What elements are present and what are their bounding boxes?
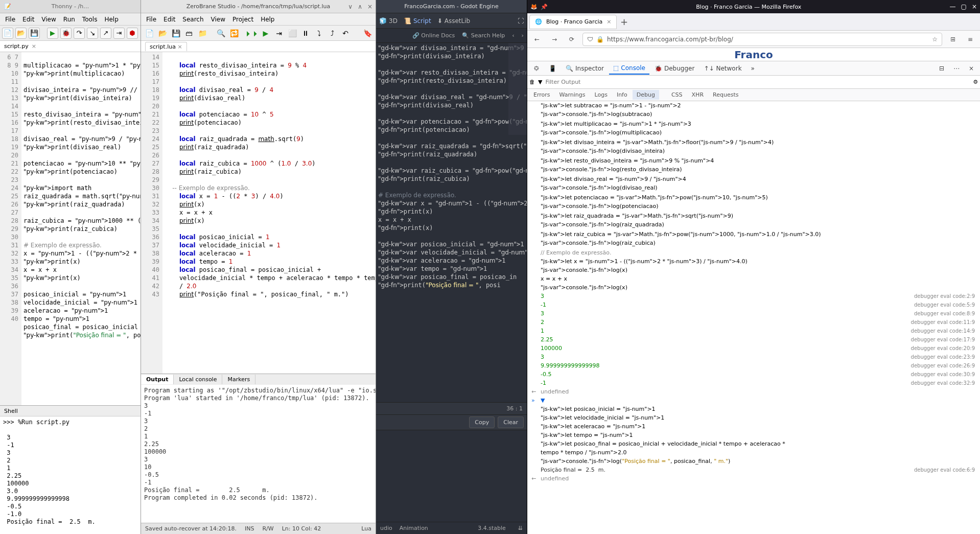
forward-button[interactable]: → (548, 33, 561, 46)
trash-icon[interactable]: 🗑 (529, 79, 535, 85)
devtools-menu-icon[interactable]: ⋯ (949, 63, 964, 74)
new-tab-button[interactable]: + (617, 15, 631, 29)
address-bar[interactable]: 🛡 🔒 https://www.francogarcia.com/pt-br/b… (582, 33, 942, 46)
online-docs-link[interactable]: 🔗 Online Docs (412, 32, 455, 39)
inspector-picker-icon[interactable]: ⯐ (529, 63, 544, 74)
bookmark-icon[interactable]: ☆ (932, 36, 938, 43)
tab-script[interactable]: 📜 Script (404, 17, 431, 25)
pause-icon[interactable]: ⏸ (299, 27, 312, 39)
code-area[interactable]: local resto_divisao_inteira = 9 % 4 prin… (162, 52, 376, 374)
devtools-dock-icon[interactable]: ⊟ (935, 63, 948, 74)
devtools-close-icon[interactable]: × (965, 63, 978, 74)
cat-debug[interactable]: Debug (633, 90, 659, 100)
new-file-icon[interactable]: 📄 (2, 28, 13, 39)
thonny-menubar[interactable]: File Edit View Run Tools Help (0, 13, 141, 26)
thonny-editor-tab[interactable]: script.py × (0, 41, 141, 52)
tab-debugger[interactable]: 🐞 Debugger (650, 63, 698, 74)
menu-edit[interactable]: Edit (160, 15, 178, 24)
menu-run[interactable]: Run (60, 15, 78, 24)
menu-file[interactable]: File (143, 15, 159, 24)
resume-icon[interactable]: ⇥ (113, 28, 125, 39)
open-icon[interactable]: 📂 (156, 27, 169, 39)
pin-icon[interactable]: 📌 (541, 4, 548, 10)
project-icon[interactable]: 📁 (196, 27, 208, 39)
funnel-icon[interactable]: ▼ (538, 79, 542, 85)
search-help-link[interactable]: 🔍 Search Help (462, 32, 505, 39)
maximize-icon[interactable]: ∧ (358, 3, 362, 10)
tab-output[interactable]: Output (141, 375, 174, 384)
zbs-output[interactable]: Program starting as '"/opt/zbstudio/bin/… (141, 385, 376, 523)
tab-inspector[interactable]: 🔍 Inspector (562, 63, 608, 74)
settings-icon[interactable]: ⚙ (973, 79, 978, 85)
saveall-icon[interactable]: 🗃 (183, 27, 195, 39)
replace-icon[interactable]: 🔁 (228, 27, 240, 39)
cat-logs[interactable]: Logs (591, 90, 612, 100)
responsive-icon[interactable]: 📱 (545, 63, 561, 74)
nav-prev-icon[interactable]: ‹ (512, 32, 514, 39)
stop-icon[interactable]: ⬢ (127, 28, 138, 39)
minimize-icon[interactable]: — (950, 3, 956, 10)
console-output[interactable]: "js-kw">let subtracao = "js-num">1 - "js… (527, 101, 980, 534)
zbs-menubar[interactable]: File Edit Search View Project Help (141, 13, 376, 26)
menu-edit[interactable]: Edit (19, 15, 37, 24)
step-icon[interactable]: ⤵ (313, 27, 325, 39)
cat-info[interactable]: Info (613, 90, 632, 100)
tab-local-console[interactable]: Local console (174, 375, 222, 384)
godot-editor[interactable]: "gd-kw">var divisao_inteira = "gd-num">9… (376, 43, 527, 402)
code-area[interactable]: multiplicacao = "py-num">1 * "py-num">3 … (21, 52, 141, 405)
tab-script-lua[interactable]: script.lua × (145, 42, 187, 51)
tab-close-icon[interactable]: × (606, 18, 611, 25)
panel-toggle-icon[interactable]: ⇊ (518, 525, 523, 531)
browser-tab[interactable]: 🌐 Blog · Franco Garcia × (529, 15, 617, 29)
cat-requests[interactable]: Requests (709, 90, 742, 100)
minimize-icon[interactable]: ∨ (348, 3, 353, 10)
step-out-icon[interactable]: ↗ (100, 28, 111, 39)
step2-icon[interactable]: ⤴ (326, 27, 338, 39)
run-icon[interactable]: ▶ (47, 28, 58, 39)
step-over-icon[interactable]: ↷ (74, 28, 85, 39)
step3-icon[interactable]: ↶ (339, 27, 352, 39)
debug-run-icon[interactable]: ▶ (260, 27, 272, 39)
minimap[interactable] (508, 43, 527, 135)
menu-help[interactable]: Help (101, 15, 121, 24)
filter-input[interactable] (545, 79, 970, 85)
break-icon[interactable]: ⇥ (273, 27, 285, 39)
menu-help[interactable]: Help (258, 15, 277, 24)
find-icon[interactable]: 🔍 (215, 27, 227, 39)
extensions-icon[interactable]: ⊞ (946, 33, 960, 46)
bookmark-icon[interactable]: 🔖 (361, 27, 374, 39)
shell-tab[interactable]: Shell (0, 405, 141, 416)
reload-button[interactable]: ⟳ (565, 33, 578, 46)
tab-audio[interactable]: udio (380, 525, 392, 531)
back-button[interactable]: ← (530, 33, 544, 46)
tab-3d[interactable]: 🧊 3D (379, 17, 398, 25)
menu-project[interactable]: Project (229, 15, 256, 24)
thonny-editor[interactable]: 6 7 8 9 10 11 12 13 14 15 16 17 18 19 20… (0, 52, 141, 405)
menu-view[interactable]: View (208, 15, 228, 24)
run-icon[interactable]: ⏵⏵ (246, 27, 259, 39)
expand-icon[interactable]: ⛶ (518, 17, 524, 25)
clear-button[interactable]: Clear (498, 416, 524, 428)
menu-file[interactable]: File (2, 15, 18, 24)
debug-icon[interactable]: 🐞 (60, 28, 72, 39)
open-file-icon[interactable]: 📂 (15, 28, 27, 39)
tab-assetlib[interactable]: ⬇ AssetLib (437, 17, 471, 25)
stop-icon[interactable]: ⬜ (286, 27, 298, 39)
code-area[interactable]: "gd-kw">var divisao_inteira = "gd-num">9… (376, 43, 527, 402)
thonny-shell[interactable]: >>> %Run script.py 3 -1 3 2 1 2.25 10000… (0, 416, 141, 534)
copy-button[interactable]: Copy (469, 416, 495, 428)
tab-more-icon[interactable]: » (747, 63, 759, 74)
tab-animation[interactable]: Animation (400, 525, 428, 531)
cat-errors[interactable]: Errors (529, 90, 554, 100)
maximize-icon[interactable]: ▢ (961, 3, 967, 10)
new-icon[interactable]: 📄 (143, 27, 155, 39)
step-into-icon[interactable]: ↘ (87, 28, 98, 39)
save-icon[interactable]: 💾 (29, 28, 40, 39)
cat-xhr[interactable]: XHR (688, 90, 708, 100)
menu-view[interactable]: View (38, 15, 59, 24)
tab-markers[interactable]: Markers (222, 375, 255, 384)
cat-css[interactable]: CSS (667, 90, 687, 100)
hamburger-icon[interactable]: ≡ (964, 33, 977, 46)
close-icon[interactable]: × (367, 3, 372, 10)
save-icon[interactable]: 💾 (170, 27, 182, 39)
